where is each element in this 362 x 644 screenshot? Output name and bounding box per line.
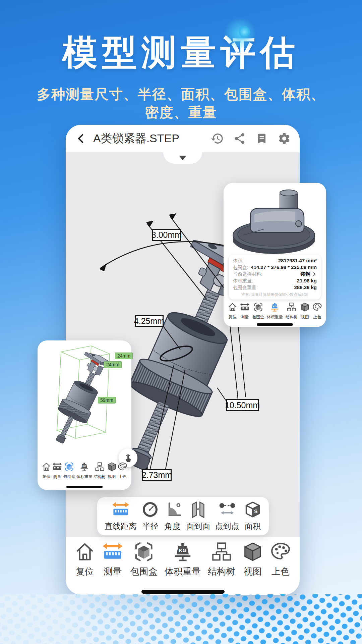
toolbar-item-structure-tree[interactable]: 结构树 (286, 302, 298, 320)
toolbar-item-view[interactable]: 视图 (242, 541, 263, 578)
bbox-dim-label: 59mm (98, 397, 116, 404)
hero-subtitle: 多种测量尺寸、半径、面积、包围盒、体积、 密度、重量 (0, 85, 362, 121)
tool-point-to-point[interactable]: 点到点 (215, 501, 239, 532)
structure-tree-icon (287, 302, 296, 313)
history-icon[interactable] (210, 132, 224, 145)
stat-row-bounding-box: 包围盒: 414.27 * 376.98 * 235.08 mm (233, 264, 317, 271)
bbox-dim-label: 24mm (115, 353, 133, 359)
linear-distance-icon (112, 501, 129, 520)
overlay-toolbar: 复位 测量 包围盒 体积重量 结构树 视图 (42, 462, 127, 480)
stat-row-bbox-weight: 包围盒重量: 286.36 kg (233, 284, 317, 291)
toolbar-item-volume-weight[interactable]: 体积重量 (76, 462, 93, 480)
toolbar-item-volume-weight[interactable]: 体积重量 (267, 302, 283, 320)
toolbar-item-reset[interactable]: 复位 (42, 462, 51, 480)
toolbar-item-measure[interactable]: 测量 (240, 302, 250, 320)
ruler-measure-icon (240, 302, 250, 313)
palette-icon (312, 302, 322, 313)
toolbar-item-structure-tree[interactable]: 结构树 (208, 541, 235, 578)
toolbar-item-bounding-box[interactable]: 包围盒 (252, 302, 264, 320)
tool-linear-distance[interactable]: 直线距离 (105, 501, 137, 532)
home-icon (74, 541, 95, 564)
angle-icon (164, 501, 181, 520)
collapse-handle[interactable] (163, 152, 202, 164)
touch-icon (123, 453, 133, 463)
overlay-toolbar: 复位 测量 包围盒 体积重量 结构树 视图 (228, 302, 322, 320)
share-icon[interactable] (233, 132, 246, 145)
measurement-label: 2.73mm (142, 469, 172, 481)
measurement-label: 3.00mm (152, 229, 181, 241)
stat-row-material[interactable]: 当前选择材料: 铸钢 (233, 271, 317, 278)
structure-tree-icon (95, 462, 105, 473)
hero-subtitle-line1: 多种测量尺寸、半径、面积、包围盒、体积、 (0, 85, 362, 103)
home-icon (42, 462, 51, 473)
palette-icon (118, 462, 127, 473)
measurement-label: 4.25mm (135, 315, 164, 327)
home-indicator[interactable] (257, 323, 293, 326)
kg-weight-icon (79, 462, 89, 473)
stats-note: 注意: 重量计算结果仅保留小数点后5位! (233, 292, 317, 297)
chevron-right-icon (312, 272, 317, 277)
toolbar-item-color[interactable]: 上色 (118, 462, 127, 480)
ruler-measure-icon (102, 541, 123, 564)
main-toolbar: 复位 测量 包围盒 体积重量 结构树 (74, 541, 291, 578)
toolbar-item-color[interactable]: 上色 (270, 541, 291, 578)
overlay-3d-model[interactable] (224, 185, 326, 256)
kg-weight-icon (270, 302, 280, 313)
bbox-dim-label: 24mm (104, 361, 122, 368)
face-to-face-icon (189, 501, 207, 520)
chevron-down-icon (179, 156, 186, 160)
tool-face-to-face[interactable]: 面到面 (186, 501, 210, 532)
settings-icon[interactable] (278, 132, 291, 145)
bounding-box-overlay: 24mm 24mm 59mm 复位 测量 包围盒 体积重量 (38, 340, 131, 490)
area-icon (244, 501, 261, 520)
toolbar-item-bounding-box[interactable]: 包围盒 (63, 462, 75, 480)
toolbar-item-reset[interactable]: 复位 (74, 541, 95, 578)
viewer-header: A类锁紧器.STEP (66, 125, 300, 152)
bookmark-icon[interactable] (255, 132, 268, 145)
volume-weight-overlay: 体积: 2817931.47 mm³ 包围盒: 414.27 * 376.98 … (224, 183, 326, 327)
hero-subtitle-line2: 密度、重量 (0, 103, 362, 121)
hero-title: 模型测量评估 (0, 30, 362, 76)
toolbar-item-bounding-box[interactable]: 包围盒 (130, 541, 158, 578)
bounding-box-icon (64, 462, 74, 473)
home-icon (228, 302, 237, 313)
tool-area[interactable]: 面积 (244, 501, 261, 532)
tool-radius[interactable]: 半径 (141, 501, 159, 532)
bounding-box-icon (253, 302, 263, 313)
point-to-point-icon (219, 501, 236, 520)
view-cube-icon (300, 302, 310, 313)
toolbar-item-volume-weight[interactable]: 体积重量 (165, 541, 201, 578)
palette-icon (270, 541, 291, 564)
toolbar-item-view[interactable]: 视图 (107, 462, 117, 480)
stats-card: 体积: 2817931.47 mm³ 包围盒: 414.27 * 376.98 … (229, 255, 321, 300)
toolbar-item-structure-tree[interactable]: 结构树 (94, 462, 106, 480)
toolbar-item-view[interactable]: 视图 (300, 302, 310, 320)
measure-tools-bar: 直线距离 半径 角度 面到面 点到点 面积 (97, 497, 269, 535)
toolbar-item-reset[interactable]: 复位 (228, 302, 237, 320)
stat-row-volume: 体积: 2817931.47 mm³ (233, 258, 317, 264)
tool-angle[interactable]: 角度 (164, 501, 181, 532)
bottom-toolbar-section: 复位 测量 包围盒 体积重量 结构树 (66, 537, 300, 595)
ruler-measure-icon (52, 462, 62, 473)
view-cube-icon (242, 541, 263, 564)
measurement-label: 10.50mm (226, 399, 259, 411)
promo-screenshot: KG (0, 0, 362, 644)
file-title: A类锁紧器.STEP (93, 131, 210, 146)
home-indicator[interactable] (66, 486, 103, 488)
structure-tree-icon (211, 541, 232, 564)
home-indicator[interactable] (141, 590, 225, 594)
bounding-box-icon (133, 541, 154, 564)
decor-halftone-pattern (0, 594, 362, 644)
kg-weight-icon (172, 541, 193, 564)
hero-section: 模型测量评估 多种测量尺寸、半径、面积、包围盒、体积、 密度、重量 (0, 0, 362, 121)
stat-row-volume-weight: 体积重量: 21.98 kg (233, 278, 317, 284)
toolbar-item-measure[interactable]: 测量 (102, 541, 123, 578)
toolbar-item-measure[interactable]: 测量 (52, 462, 62, 480)
radius-icon (141, 501, 159, 520)
view-cube-icon (107, 462, 117, 473)
toolbar-item-color[interactable]: 上色 (312, 302, 322, 320)
back-button[interactable] (74, 132, 88, 145)
